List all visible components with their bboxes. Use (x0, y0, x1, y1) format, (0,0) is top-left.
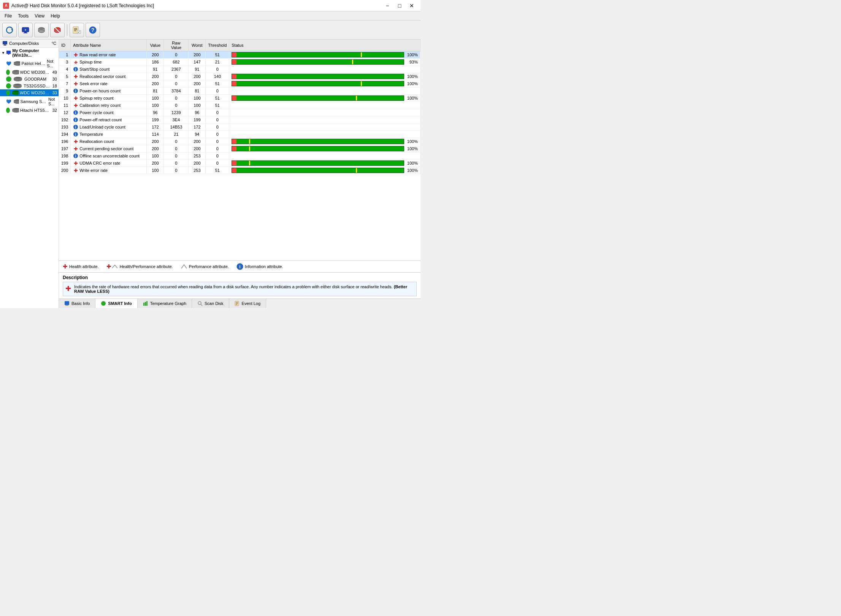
svg-point-34 (14, 78, 22, 81)
disk-item-2[interactable]: GOODRAM 30 (0, 76, 59, 83)
disk-button[interactable] (34, 23, 49, 37)
tab-basic-info[interactable]: Basic Info (59, 299, 95, 308)
table-row[interactable]: 7 ✚Seek error rate 200 0 200 51 100% (59, 80, 420, 87)
refresh-button[interactable] (2, 23, 17, 37)
computer-icon-tree (6, 50, 11, 56)
cell-value: 100 (147, 95, 164, 102)
table-row[interactable]: 9 iPower-on hours count 81 3784 81 0 (59, 87, 420, 95)
disk-temp-6: 32 (52, 108, 57, 113)
disk-item-4[interactable]: WDC WD2500BEVS-... 33 (0, 89, 59, 96)
cell-threshold: 21 (206, 59, 229, 66)
description-box: ✚ Indicates the rate of hardware read er… (63, 282, 417, 296)
table-row[interactable]: 196 ✚Reallocation count 200 0 200 0 100% (59, 138, 420, 145)
disk-visual-3 (12, 83, 22, 89)
minimize-button[interactable]: − (382, 2, 393, 10)
svg-rect-3 (24, 32, 27, 33)
cell-value: 100 (147, 152, 164, 160)
svg-text:+: + (24, 28, 26, 32)
tab-smart-info[interactable]: SMART Info (95, 299, 137, 308)
perf-icon (181, 264, 187, 269)
tab-temp-graph[interactable]: Temperature Graph (138, 299, 192, 308)
svg-text:✚: ✚ (74, 81, 78, 86)
svg-text:i: i (239, 264, 240, 270)
legend-info: i Information attribute. (236, 263, 283, 270)
tab-temp-graph-label: Temperature Graph (150, 301, 186, 306)
toolbar-separator (67, 24, 67, 36)
menu-view[interactable]: View (32, 13, 48, 19)
legend: ✚ Health attribute. ✚ Health/Perfomance … (59, 260, 420, 272)
menu-file[interactable]: File (2, 13, 15, 19)
cell-id: 7 (59, 80, 71, 87)
cell-name: ✚Reallocated sector count (71, 73, 147, 80)
menu-help[interactable]: Help (48, 13, 63, 19)
table-row[interactable]: 200 ✚Write error rate 100 0 253 51 100% (59, 167, 420, 174)
col-name: Attribute Name (71, 40, 147, 51)
table-row[interactable]: 193 iLoad/Unload cycle count 172 14B53 1… (59, 124, 420, 131)
maximize-button[interactable]: □ (394, 2, 405, 10)
disk-visual-2 (13, 76, 23, 82)
disk-item-3[interactable]: TS32GSSD370 18 (0, 83, 59, 89)
tab-event-log[interactable]: Event Log (229, 299, 267, 308)
cell-name: ✚UDMA CRC error rate (71, 160, 147, 167)
tab-event-log-label: Event Log (242, 301, 261, 306)
computer-row[interactable]: ▼ My Computer (Win10x... (0, 48, 59, 58)
computer-label: My Computer (Win10x... (12, 48, 57, 57)
cell-raw: 0 (164, 145, 189, 152)
cell-threshold: 0 (206, 66, 229, 73)
cell-raw: 0 (164, 160, 189, 167)
disk-item-5[interactable]: 💙 Samsung SSD 750 E... Not S... (0, 96, 59, 107)
cell-id: 5 (59, 73, 71, 80)
smart-table: ID Attribute Name Value Raw Value Worst … (59, 40, 420, 174)
cell-value: 100 (147, 102, 164, 109)
svg-text:✚: ✚ (74, 95, 78, 101)
cell-worst: 200 (189, 51, 206, 59)
table-row[interactable]: 11 ✚Calibration retry count 100 0 100 51 (59, 102, 420, 109)
table-row[interactable]: 4 iStart/Stop count 91 2367 91 0 (59, 66, 420, 73)
table-row[interactable]: 197 ✚Current pending sector count 200 0 … (59, 145, 420, 152)
disk-visual-1 (11, 70, 19, 75)
cell-status: 100% (229, 80, 420, 87)
disk-name-1: WDC WD2002FAEX-... (20, 70, 51, 75)
cell-id: 198 (59, 152, 71, 160)
cell-status: 100% (229, 95, 420, 102)
table-row[interactable]: 10 ✚Spinup retry count 100 0 100 51 100% (59, 95, 420, 102)
cell-value: 200 (147, 73, 164, 80)
cell-id: 196 (59, 138, 71, 145)
table-row[interactable]: 199 ✚UDMA CRC error rate 200 0 200 0 100… (59, 160, 420, 167)
disk-item-1[interactable]: WDC WD2002FAEX-... 49 (0, 69, 59, 76)
cell-threshold: 51 (206, 80, 229, 87)
table-row[interactable]: 192 iPower-off retract count 199 3E4 199… (59, 116, 420, 124)
cell-worst: 200 (189, 73, 206, 80)
cell-value: 172 (147, 124, 164, 131)
disconnect-button[interactable] (50, 23, 65, 37)
table-row[interactable]: 12 iPower cycle count 96 1239 96 0 (59, 109, 420, 116)
basic-info-tab-icon (64, 301, 70, 306)
table-row[interactable]: 3 ✚Spinup time 186 682 147 21 93% (59, 59, 420, 66)
add-computer-button[interactable]: + (18, 23, 33, 37)
menu-tools[interactable]: Tools (15, 13, 32, 19)
cell-id: 199 (59, 160, 71, 167)
help-button[interactable]: ? (86, 23, 100, 37)
config-button[interactable]: ✓ (70, 23, 84, 37)
disk-item-0[interactable]: 💙 Patriot Hellfire M2 Not S... (0, 58, 59, 69)
svg-rect-76 (143, 303, 144, 306)
table-row[interactable]: 198 iOffline scan uncorrectable count 10… (59, 152, 420, 160)
smart-table-wrapper: ID Attribute Name Value Raw Value Worst … (59, 40, 420, 260)
cell-name: ✚Seek error rate (71, 80, 147, 87)
disk-item-6[interactable]: Hitachi HTS543232L... 32 (0, 107, 59, 114)
legend-health: ✚ Health attribute. (63, 263, 99, 270)
svg-rect-24 (6, 51, 11, 54)
table-row[interactable]: 5 ✚Reallocated sector count 200 0 200 14… (59, 73, 420, 80)
svg-text:✚: ✚ (74, 146, 78, 151)
cell-threshold: 0 (206, 116, 229, 124)
cell-status (229, 131, 420, 138)
tab-scan-disk[interactable]: Scan Disk (192, 299, 229, 308)
cell-value: 186 (147, 59, 164, 66)
table-row[interactable]: 1 ✚Raw read error rate 200 0 200 51 100% (59, 51, 420, 59)
table-row[interactable]: 194 iTemperature 114 21 94 0 (59, 131, 420, 138)
event-log-tab-icon (235, 301, 240, 306)
svg-rect-25 (8, 54, 10, 55)
close-button[interactable]: ✕ (406, 2, 417, 10)
svg-text:i: i (75, 125, 76, 129)
svg-text:✚: ✚ (74, 52, 78, 57)
